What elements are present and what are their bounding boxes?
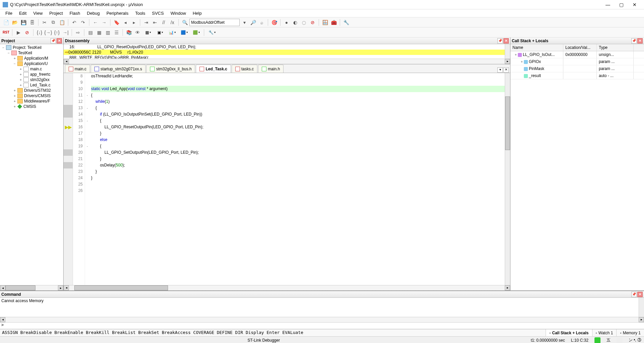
fold-toggle-icon[interactable]	[85, 137, 90, 143]
disassembly-vscrollbar[interactable]	[505, 44, 510, 59]
code-line[interactable]: while(1)	[91, 98, 510, 105]
tree-group[interactable]: −Application/U	[1, 61, 63, 66]
code-line[interactable]	[91, 188, 510, 194]
fold-toggle-icon[interactable]	[85, 79, 90, 86]
run-to-cursor-icon[interactable]: →|	[62, 28, 70, 37]
system-dropdown-icon[interactable]: 🟩	[190, 28, 202, 37]
code-line[interactable]	[91, 79, 510, 86]
disasm-window-icon[interactable]: ▦	[95, 28, 103, 37]
tab-Led_Task-c[interactable]: Led_Task.c	[196, 65, 231, 73]
code-line[interactable]: {	[91, 105, 510, 111]
expander-icon[interactable]: +	[19, 67, 23, 71]
menu-flash[interactable]: Flash	[66, 10, 84, 17]
tree-group[interactable]: +Application/M	[1, 56, 63, 61]
expander-icon[interactable]: +	[19, 78, 23, 82]
nav-back-icon[interactable]: ←	[91, 18, 99, 26]
code-line[interactable]: }	[91, 168, 510, 175]
code-line[interactable]: {	[91, 92, 510, 98]
fold-toggle-icon[interactable]	[85, 162, 90, 168]
run-icon[interactable]: ▶	[14, 28, 22, 37]
paste-icon[interactable]: 📋	[58, 18, 66, 26]
menu-edit[interactable]: Edit	[16, 10, 30, 17]
panel-close-icon[interactable]: ✕	[637, 38, 643, 44]
copy-icon[interactable]: ⧉	[49, 18, 57, 26]
expander-icon[interactable]: +	[13, 99, 17, 103]
bookmark-icon[interactable]: 🔖	[112, 18, 120, 26]
breakpoint-gutter[interactable]	[64, 105, 73, 111]
column-location[interactable]: Location/Val...	[563, 44, 597, 51]
menu-debug[interactable]: Debug	[84, 10, 103, 17]
expander-icon[interactable]: +	[19, 83, 23, 87]
panel-pin-icon[interactable]: 📌	[497, 38, 503, 44]
redo-icon[interactable]: ↷	[79, 18, 87, 26]
menu-peripherals[interactable]: Peripherals	[103, 10, 132, 17]
expander-icon[interactable]: +	[13, 89, 17, 92]
panel-pin-icon[interactable]: 📌	[631, 292, 637, 297]
gutter-fold[interactable]: ----	[85, 73, 90, 285]
tree-group[interactable]: +Middlewares/F	[1, 98, 63, 104]
cut-icon[interactable]: ✂	[41, 18, 49, 26]
code-line[interactable]: else	[91, 137, 510, 143]
panel-close-icon[interactable]: ✕	[503, 38, 509, 44]
tray-icon[interactable]	[617, 337, 623, 343]
breakpoint-kill-icon[interactable]: ⊘	[309, 18, 317, 26]
breakpoint-gutter[interactable]: ▶▶	[64, 124, 73, 130]
reset-icon[interactable]: RST	[2, 28, 10, 37]
maximize-button[interactable]: ▢	[615, 1, 628, 9]
menu-tools[interactable]: Tools	[132, 10, 149, 17]
menu-svcs[interactable]: SVCS	[149, 10, 167, 17]
debug-icon[interactable]: 🎯	[270, 18, 278, 26]
find-in-files-icon[interactable]: 🔎	[249, 18, 257, 26]
call-stack-icon[interactable]: 📚	[125, 28, 133, 37]
disasm-line[interactable]: ⇨0x0800056C 2120 MOVS r1,#0x20	[64, 50, 510, 55]
scroll-thumb[interactable]	[5, 285, 35, 290]
bottom-tab[interactable]: ▫Watch 1	[592, 329, 617, 336]
scroll-left-icon[interactable]: ◂	[64, 285, 69, 290]
fold-toggle-icon[interactable]	[85, 181, 90, 188]
step-over-icon[interactable]: {→}	[44, 28, 52, 37]
scroll-right-icon[interactable]: ▸	[505, 59, 510, 64]
outdent-icon[interactable]: ⇤	[151, 18, 159, 26]
fold-toggle-icon[interactable]	[85, 175, 90, 181]
expander-icon[interactable]: +	[13, 105, 17, 109]
tree-file[interactable]: +main.c	[1, 66, 63, 72]
scroll-left-icon[interactable]: ◂	[0, 317, 5, 322]
watch-icon[interactable]: 👁	[134, 28, 142, 37]
breakpoint-gutter[interactable]	[64, 98, 73, 105]
editor-vscrollbar[interactable]	[505, 73, 510, 285]
code-line[interactable]: osThreadId LedHandle;	[91, 73, 510, 79]
tree-file[interactable]: +Led_Task.c	[1, 82, 63, 88]
expander-icon[interactable]: −	[7, 51, 11, 55]
step-into-icon[interactable]: {↓}	[35, 28, 44, 37]
menu-view[interactable]: View	[30, 10, 46, 17]
scroll-left-icon[interactable]: ◂	[0, 285, 5, 290]
command-window-icon[interactable]: ▤	[86, 28, 94, 37]
fold-toggle-icon[interactable]	[85, 111, 90, 118]
config-icon[interactable]: 🔧	[342, 18, 350, 26]
fold-toggle-icon[interactable]	[85, 86, 90, 92]
breakpoint-gutter[interactable]	[64, 143, 73, 149]
tree-file[interactable]: +stm32g0xx	[1, 77, 63, 82]
gutter-marks[interactable]: ▶▶	[64, 73, 73, 285]
fold-toggle-icon[interactable]: -	[85, 143, 90, 149]
tab-stm32g0xx_ll_bus-h[interactable]: stm32g0xx_ll_bus.h	[146, 65, 195, 73]
find-icon[interactable]: 🔍	[181, 18, 189, 26]
close-button[interactable]: ✕	[628, 1, 641, 9]
toolbox-dropdown-icon[interactable]: 🔧	[206, 28, 218, 37]
menu-help[interactable]: Help	[189, 10, 205, 17]
fold-toggle-icon[interactable]	[85, 73, 90, 79]
disasm-line[interactable]: 16: LL_GPIO_ResetOutputPin(LED_GPIO_Port…	[64, 44, 510, 50]
breakpoint-gutter[interactable]	[64, 130, 73, 137]
editor-hscrollbar[interactable]: ◂ ▸	[64, 285, 510, 290]
find-combo[interactable]	[189, 19, 240, 26]
breakpoint-gutter[interactable]	[64, 111, 73, 118]
breakpoint-gutter[interactable]	[64, 156, 73, 162]
code-line[interactable]: osDelay(500);	[91, 162, 510, 168]
breakpoint-gutter[interactable]	[64, 92, 73, 98]
menu-file[interactable]: File	[2, 10, 16, 17]
code-line[interactable]: {	[91, 118, 510, 124]
command-hscrollbar[interactable]: ◂ ▸	[0, 317, 644, 322]
code-line[interactable]: }	[91, 175, 510, 181]
breakpoint-gutter[interactable]	[64, 79, 73, 86]
stop-icon[interactable]: ⊘	[23, 28, 31, 37]
